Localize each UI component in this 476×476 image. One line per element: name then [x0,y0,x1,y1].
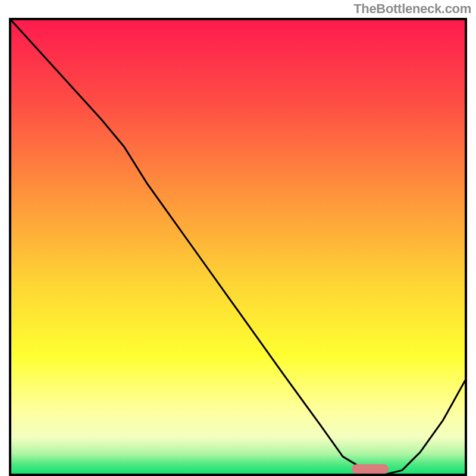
optimum-marker [352,465,389,474]
chart-container: TheBottleneck.com [0,0,476,476]
watermark-label: TheBottleneck.com [353,1,471,17]
chart-svg [9,18,467,476]
plot-background [11,20,465,474]
